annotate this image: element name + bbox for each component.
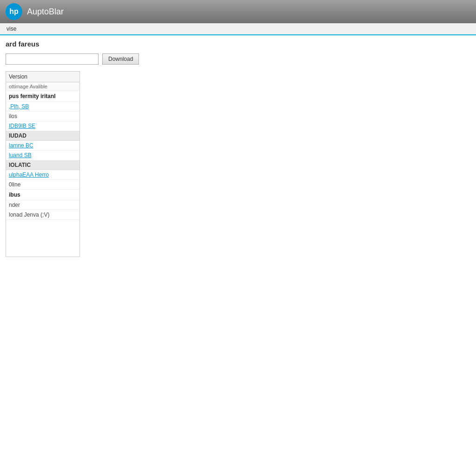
right-panel: [80, 71, 470, 257]
list-item[interactable]: luand SB: [6, 151, 79, 160]
section-header-1: pus fermity iritanl: [6, 91, 79, 102]
logo-text: hp: [9, 7, 19, 16]
app-title: AuptoBlar: [27, 7, 64, 17]
page-content: ard fareus Download Version ottimage Ava…: [0, 35, 476, 262]
list-item: lonad Jenva (;V): [6, 210, 79, 220]
list-item: ilos: [6, 112, 79, 121]
hp-logo: hp: [6, 3, 22, 20]
list-item[interactable]: IDB9IB SE: [6, 121, 79, 131]
list-item[interactable]: ,Plh, SB: [6, 102, 79, 112]
page-title: ard fareus: [6, 40, 470, 48]
search-input[interactable]: [6, 53, 99, 65]
nav-item-vise[interactable]: vise: [4, 26, 19, 32]
panel-header-row: Version: [6, 72, 79, 82]
list-item[interactable]: lamne BC: [6, 141, 79, 151]
no-image-label: ottimage Avalible: [6, 82, 79, 91]
list-item: 0line: [6, 180, 79, 190]
section-header-3: IOLATIC: [6, 160, 79, 170]
nav-bar: vise: [0, 23, 476, 35]
main-layout: Version ottimage Avalible pus fermity ir…: [6, 71, 470, 257]
list-item: nder: [6, 200, 79, 210]
download-button[interactable]: Download: [102, 53, 139, 65]
col-header-version: Version: [6, 72, 79, 82]
left-panel: Version ottimage Avalible pus fermity ir…: [6, 71, 80, 257]
list-item[interactable]: ulphaEAA Herro: [6, 170, 79, 180]
section-header-4: ibus: [6, 190, 79, 200]
app-header: hp AuptoBlar: [0, 0, 476, 23]
section-header-2: IUDAD: [6, 131, 79, 141]
search-row: Download: [6, 53, 470, 65]
